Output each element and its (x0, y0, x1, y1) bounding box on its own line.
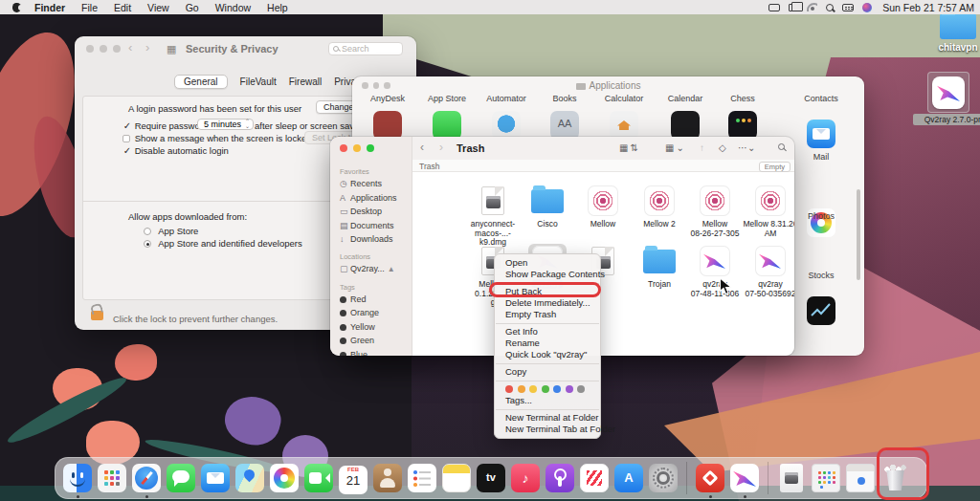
app-icon-partial[interactable] (492, 111, 521, 140)
eject-icon[interactable]: ▲ (388, 265, 395, 273)
app-label-anydesk[interactable]: AnyDesk (357, 94, 418, 103)
dock-news[interactable] (580, 464, 609, 492)
sidebar-item-downloads[interactable]: ↓Downloads (340, 232, 412, 247)
back-button[interactable]: ‹ (420, 141, 424, 154)
dock-launchpad[interactable] (98, 464, 126, 492)
dock-qv2ray[interactable] (730, 464, 759, 492)
menu-item-open[interactable]: Open (495, 257, 600, 269)
file-mellow-831[interactable]: Mellow 8.31.26 AM (743, 184, 794, 238)
file-anyconnect-dmg[interactable]: anyconnect- macos-...-k9.dmg (465, 184, 521, 248)
tag-green-icon[interactable] (542, 385, 549, 393)
sidebar-item-documents[interactable]: ▤Documents (340, 219, 412, 233)
file-trojan-folder[interactable]: Trojan (632, 244, 687, 290)
dock-podcasts[interactable] (546, 464, 574, 492)
menu-file[interactable]: File (81, 2, 98, 13)
sidebar-item-applications[interactable]: AApplications (340, 191, 412, 206)
search-icon[interactable] (778, 143, 785, 150)
dock-messages[interactable] (167, 464, 195, 492)
checkbox-unchecked[interactable] (122, 135, 130, 142)
dock-dmg-document[interactable] (777, 464, 806, 492)
zoom-button[interactable] (367, 144, 374, 152)
app-icon-partial[interactable] (550, 111, 579, 140)
app-icon-partial[interactable] (433, 111, 461, 140)
dock-safari[interactable] (132, 464, 161, 492)
app-label-books[interactable]: Books (534, 94, 595, 103)
menu-window[interactable]: Window (215, 2, 251, 13)
dock-finder[interactable] (63, 464, 92, 492)
wifi-icon[interactable] (807, 3, 817, 11)
spotlight-search-icon[interactable] (826, 4, 834, 11)
app-icon-partial[interactable] (728, 111, 757, 140)
tag-purple-icon[interactable] (566, 385, 573, 393)
app-label-appstore[interactable]: App Store (416, 94, 478, 103)
dock-minimized-window-2[interactable] (846, 464, 875, 492)
dock-music[interactable] (511, 464, 540, 492)
file-mellow[interactable]: Mellow (575, 184, 631, 229)
tag-icon[interactable]: ◇ (719, 142, 726, 153)
view-icon-grid[interactable]: ▦ ⇅ (619, 142, 638, 153)
dock-contacts[interactable] (373, 464, 402, 492)
desktop-icon-chitavpn[interactable]: chitavpn (933, 13, 980, 53)
tab-filevault[interactable]: FileVault (240, 76, 277, 87)
menu-item-empty-trash[interactable]: Empty Trash (495, 309, 600, 320)
scrollbar[interactable] (857, 189, 860, 280)
checkbox-checked[interactable]: ✓ (122, 145, 132, 156)
minimize-button[interactable] (100, 45, 107, 53)
dock-calendar[interactable]: FEB 21 (339, 463, 368, 494)
sidebar-tag-green[interactable]: Green (340, 334, 412, 348)
dock-reminders[interactable] (408, 464, 436, 492)
close-button[interactable] (340, 144, 347, 152)
tab-firewall[interactable]: Firewall (289, 76, 322, 87)
zoom-button[interactable] (113, 45, 121, 53)
menu-bar-clock[interactable]: Sun Feb 21 7:57 AM (882, 2, 974, 13)
checkbox-checked[interactable]: ✓ (122, 120, 132, 131)
menu-go[interactable]: Go (186, 2, 199, 13)
group-by-icon[interactable]: ▦ ⌄ (665, 142, 684, 153)
mail-app-icon[interactable] (807, 120, 835, 148)
file-cisco-folder[interactable]: Cisco (520, 184, 575, 229)
dock-anydesk[interactable] (696, 464, 724, 492)
dock-tv[interactable] (477, 464, 505, 492)
menu-item-get-info[interactable]: Get Info (495, 326, 600, 338)
menu-item-rename[interactable]: Rename (495, 338, 600, 349)
interval-select[interactable]: 5 minutes ⌃⌄ (197, 119, 254, 130)
search-field[interactable]: Search (328, 42, 403, 55)
input-source-icon[interactable] (768, 4, 780, 11)
tab-general[interactable]: General (174, 75, 228, 89)
dock-notes[interactable] (442, 464, 471, 492)
menu-item-new-terminal[interactable]: New Terminal at Folder (495, 412, 600, 424)
menu-item-tags[interactable]: Tags... (495, 395, 600, 406)
keyboard-icon[interactable] (842, 4, 854, 11)
tag-red-icon[interactable] (505, 385, 513, 393)
show-all-icon[interactable]: ▦ (167, 43, 176, 55)
app-label-automator[interactable]: Automator (476, 94, 537, 103)
dock-system-preferences[interactable] (649, 464, 678, 492)
sidebar-item-recents[interactable]: ◷Recents (340, 177, 412, 191)
back-button[interactable]: ‹ (128, 40, 132, 54)
radio-unselected[interactable] (144, 228, 151, 235)
stocks-app-icon[interactable] (807, 296, 835, 325)
app-label-chess[interactable]: Chess (712, 94, 773, 103)
menu-view[interactable]: View (147, 2, 169, 13)
sidebar-item-desktop[interactable]: ▭Desktop (340, 205, 412, 219)
menu-edit[interactable]: Edit (114, 2, 131, 13)
app-icon-partial[interactable] (671, 111, 700, 140)
sidebar-tag-yellow[interactable]: Yellow (340, 320, 412, 335)
app-icon-partial[interactable] (610, 111, 638, 140)
sidebar-tag-blue[interactable]: Blue (340, 348, 412, 356)
dock-facetime[interactable] (304, 464, 333, 492)
menu-item-delete-immediately[interactable]: Delete Immediately... (495, 297, 600, 309)
dock-photos[interactable] (270, 464, 299, 492)
file-mellow-2[interactable]: Mellow 2 (632, 184, 687, 229)
apple-menu-icon[interactable] (12, 3, 21, 12)
tag-gray-icon[interactable] (577, 385, 585, 393)
app-label-contacts[interactable]: Contacts (791, 94, 852, 103)
sidebar-tag-red[interactable]: Red (340, 293, 412, 307)
minimize-button[interactable] (353, 144, 361, 152)
desktop-icon-qv2ray[interactable] (927, 72, 969, 113)
tag-yellow-icon[interactable] (529, 385, 537, 393)
dock-mail[interactable] (201, 464, 230, 492)
menu-item-new-terminal-tab[interactable]: New Terminal Tab at Folder (495, 424, 600, 435)
forward-button[interactable]: › (439, 141, 443, 154)
dock-minimized-window-1[interactable] (812, 464, 840, 492)
